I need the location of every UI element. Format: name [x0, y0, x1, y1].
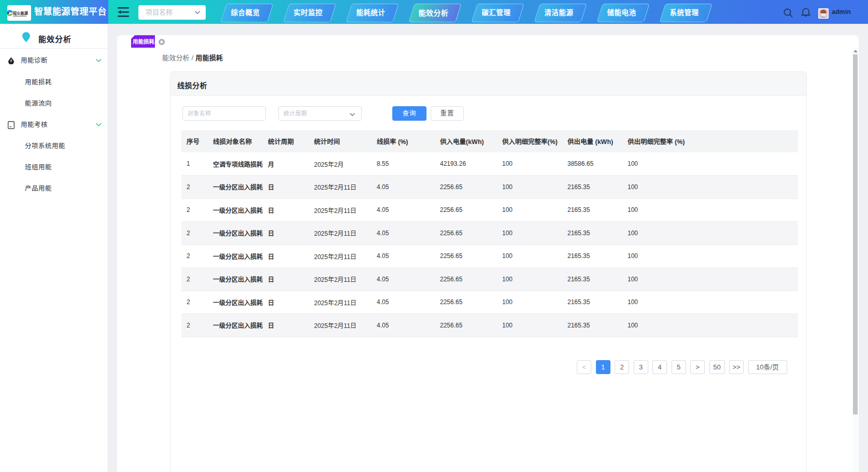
- svg-text:冠众能源: 冠众能源: [13, 11, 29, 16]
